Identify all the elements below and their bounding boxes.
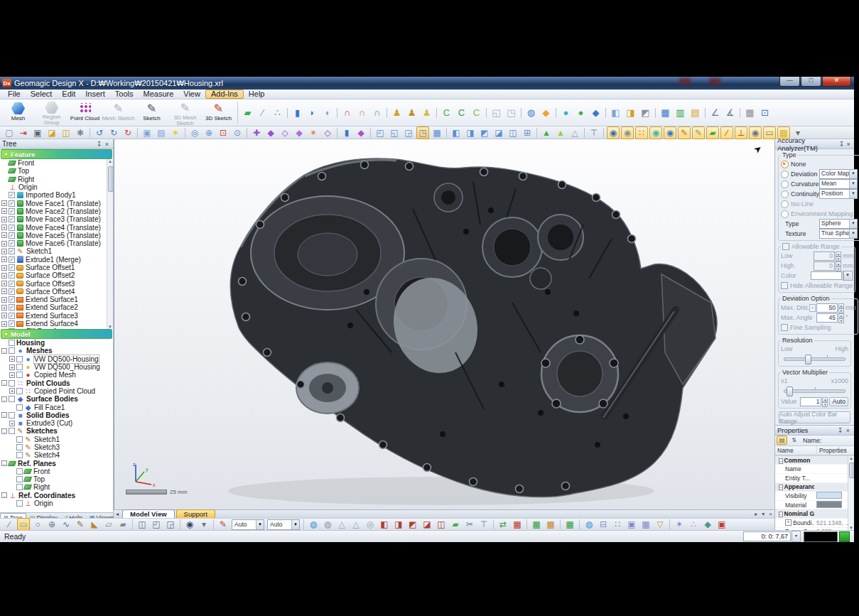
measure-angle-icon[interactable]: ∡ <box>723 106 737 119</box>
model-item-solid-bodies[interactable]: -■Solid Bodies <box>0 411 113 419</box>
info-icon[interactable]: i <box>809 304 816 312</box>
zoom-fit-icon[interactable]: ◎ <box>188 126 201 139</box>
resolution-slider[interactable] <box>784 357 846 361</box>
property-row-visibility[interactable]: Visibility <box>775 492 854 501</box>
collapse-icon[interactable]: − <box>779 512 783 517</box>
display-mode-arrow-icon[interactable]: ▾ <box>198 518 210 531</box>
deviation-radio[interactable] <box>781 171 789 178</box>
symmetry-view-icon[interactable]: △ <box>568 126 581 139</box>
feature-item-move-face4-translate[interactable]: +Move Face4 (Translate) <box>0 223 113 231</box>
preferences-icon[interactable]: ✱ <box>74 126 87 139</box>
export-folder-icon[interactable]: ◫ <box>60 126 72 139</box>
boolean-cut-icon[interactable]: ◳ <box>504 106 518 119</box>
expander-icon[interactable]: + <box>1 256 7 262</box>
visibility-checkbox[interactable] <box>9 428 15 434</box>
expander-icon[interactable]: + <box>1 200 7 206</box>
update-icon[interactable]: ↻ <box>121 126 134 139</box>
offset-surface-icon[interactable]: ◨ <box>624 106 637 119</box>
expander-icon[interactable]: + <box>1 265 7 271</box>
visibility-checkbox[interactable] <box>9 232 15 239</box>
normal-view-icon[interactable]: ▲ <box>540 126 553 139</box>
walkthrough-icon[interactable]: ✶ <box>673 518 686 531</box>
region-group-button[interactable]: Region Group <box>35 99 68 126</box>
visibility-checkbox[interactable] <box>16 500 23 507</box>
grid-view-icon[interactable]: ▦ <box>743 106 757 119</box>
property-group-nominal-geometry[interactable]: −Nominal Geometry <box>775 509 854 519</box>
vector-slider-thumb[interactable] <box>787 387 793 396</box>
expander-icon[interactable]: + <box>9 356 15 362</box>
model-item-sketch3[interactable]: ✎Sketch3 <box>0 443 113 451</box>
sketch-button[interactable]: ✎Sketch <box>135 99 168 126</box>
scale-icon[interactable]: ◇ <box>279 126 291 139</box>
material-view-icon[interactable]: ◆ <box>701 518 714 531</box>
feature-item-front[interactable]: Front <box>0 159 113 167</box>
expander-icon[interactable]: - <box>1 380 7 386</box>
title-bar[interactable]: Dx Geomagic Design X - D:₩Working₩201504… <box>0 77 854 90</box>
mesh-sketch-button[interactable]: ✎Mesh Sketch <box>102 99 135 126</box>
rotate-view-icon[interactable]: △ <box>350 518 362 531</box>
expander-icon[interactable]: + <box>9 372 15 378</box>
sweep-path-icon[interactable]: C <box>440 106 453 119</box>
low-spinner[interactable]: ▲▼ <box>836 252 841 261</box>
quick-align-icon[interactable]: ▤ <box>688 106 702 119</box>
env-type-combo[interactable]: Sphere▼ <box>819 219 858 229</box>
flood-select-icon[interactable]: ◣ <box>88 518 101 531</box>
feature-item-origin[interactable]: ⊥Origin <box>0 183 113 191</box>
paste-icon[interactable]: ▤ <box>155 126 168 139</box>
drag-handle-icon[interactable]: ⊤ <box>477 518 490 531</box>
select-through-icon[interactable]: ◰ <box>150 518 163 531</box>
move-icon[interactable]: ✚ <box>250 126 263 139</box>
value-swatch[interactable] <box>816 501 842 508</box>
maximize-button[interactable]: □ <box>801 77 821 87</box>
color-combo[interactable]: ▼ <box>843 271 853 281</box>
visibility-checkbox[interactable] <box>9 216 15 222</box>
chevron-down-icon[interactable]: ▼ <box>849 170 857 178</box>
model-item-right[interactable]: Right <box>0 483 113 491</box>
radio-row-curvature[interactable]: Curvature Mean▼ <box>781 179 858 189</box>
column-header-properties[interactable]: Properties <box>817 446 847 455</box>
visibility-checkbox[interactable] <box>16 372 23 378</box>
save-icon[interactable]: ▣ <box>31 126 44 139</box>
pin-icon[interactable]: ↧ <box>838 141 846 148</box>
center-view-icon[interactable]: ◎ <box>364 518 377 531</box>
visibility-checkbox[interactable] <box>9 288 15 295</box>
transform-icon[interactable]: ◆ <box>293 126 306 139</box>
fine-sampling-row[interactable]: Fine Sampling <box>781 323 855 333</box>
high-spinner[interactable]: ▲▼ <box>836 261 841 271</box>
dimension-icon[interactable]: ⊟ <box>597 518 610 531</box>
sort-az-icon[interactable]: ⇅ <box>789 436 799 445</box>
envmap-radio[interactable] <box>781 210 789 218</box>
visibility-checkbox[interactable] <box>9 240 15 247</box>
paint-select-icon[interactable]: ✎ <box>74 518 87 531</box>
copy-view-icon[interactable]: ▣ <box>625 518 638 531</box>
plane-view-icon[interactable]: ▰ <box>449 518 462 531</box>
freeform-surface-icon[interactable]: ◆ <box>589 106 603 119</box>
expander-icon[interactable]: + <box>1 225 7 230</box>
close-icon[interactable]: × <box>844 427 852 434</box>
visibility-checkbox[interactable] <box>9 192 15 198</box>
visibility-checkbox[interactable] <box>9 208 15 215</box>
spline-select-icon[interactable]: ∿ <box>60 518 72 531</box>
view-left-icon[interactable]: ◩ <box>478 126 491 139</box>
visibility-checkbox[interactable] <box>9 272 15 279</box>
feature-item-extrude1-merge[interactable]: +Extrude1 (Merge) <box>0 256 113 264</box>
ref-plane-icon[interactable]: ▰ <box>241 106 254 119</box>
undo-icon[interactable]: ↺ <box>93 126 106 139</box>
model-item-vw-dq500-housing[interactable]: +●VW DQ500-Housing <box>0 355 113 363</box>
expander-icon[interactable]: + <box>1 249 7 254</box>
model-item-origin[interactable]: ⊥Origin <box>0 499 113 507</box>
toggle-measurement-visibility-icon[interactable]: ◉ <box>749 126 762 139</box>
model-item-meshes[interactable]: -●Meshes <box>0 347 113 355</box>
view-hidden-line-icon[interactable]: ◱ <box>388 126 401 139</box>
continuity-combo[interactable]: Position▼ <box>819 189 858 199</box>
visibility-checkbox[interactable] <box>16 356 23 362</box>
visibility-checkbox[interactable] <box>16 476 23 482</box>
preview-icon[interactable]: ✶ <box>169 126 182 139</box>
layout-icon[interactable]: ▦ <box>511 518 524 531</box>
capture-icon[interactable]: ⊡ <box>758 106 772 119</box>
point-grid-icon[interactable]: ∷ <box>611 518 624 531</box>
chevron-down-icon[interactable]: ▼ <box>843 271 851 280</box>
zoom-selection-icon[interactable]: ⊙ <box>231 126 244 139</box>
hide-range-row[interactable]: Hide Allowable Range <box>781 281 853 291</box>
isoline-radio[interactable] <box>781 200 789 208</box>
